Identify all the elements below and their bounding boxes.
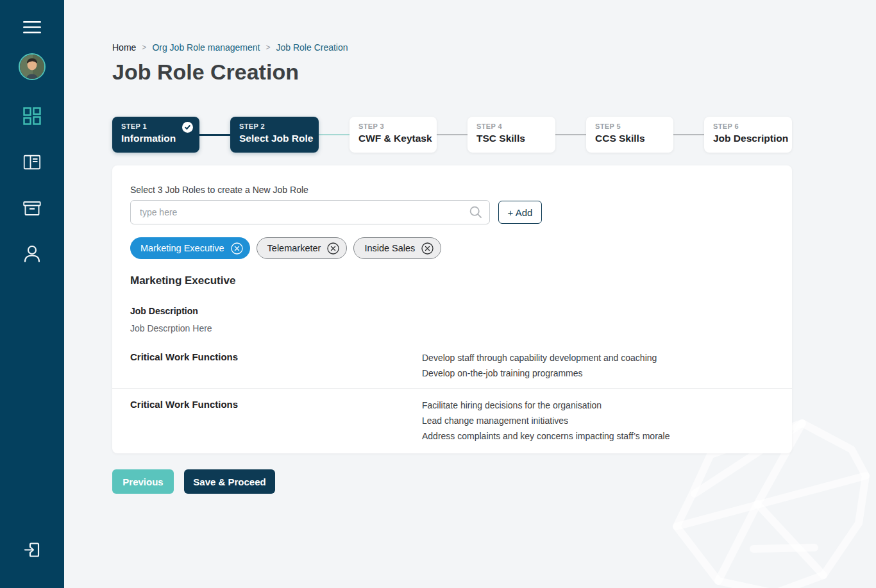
cwf-section-label: Critical Work Functions — [130, 351, 238, 362]
cwf-item-list: Facilitate hiring decisions for the orga… — [422, 398, 670, 444]
cwf-item: Facilitate hiring decisions for the orga… — [422, 398, 670, 413]
step-label: CCS Skills — [595, 133, 664, 144]
step-number: STEP 4 — [476, 122, 546, 130]
step-1-information[interactable]: STEP 1 Information — [112, 117, 199, 153]
step-wizard: STEP 1 Information STEP 2 Select Job Rol… — [112, 117, 792, 153]
section-divider — [112, 388, 792, 389]
select-roles-instruction: Select 3 Job Roles to create a New Job R… — [130, 185, 308, 195]
cwf-item: Develop staff through capability develop… — [422, 350, 657, 365]
cwf-item: Address complaints and key concerns impa… — [422, 428, 670, 444]
cwf-section-label: Critical Work Functions — [130, 399, 238, 410]
step-connector — [199, 134, 230, 136]
job-role-selection-panel: Select 3 Job Roles to create a New Job R… — [112, 165, 792, 453]
chip-telemarketer[interactable]: Telemarketer — [257, 237, 348, 259]
step-label: Select Job Role — [239, 133, 310, 144]
breadcrumb: Home > Org Job Role management > Job Rol… — [112, 42, 348, 53]
step-4-tsc-skills[interactable]: STEP 4 TSC Skills — [467, 117, 555, 153]
cwf-item-list: Develop staff through capability develop… — [422, 350, 657, 381]
breadcrumb-separator: > — [265, 43, 270, 52]
breadcrumb-separator: > — [142, 43, 146, 52]
sidebar-item-signout[interactable] — [24, 541, 41, 559]
step-number: STEP 6 — [713, 122, 783, 130]
archive-box-icon — [23, 201, 41, 216]
chip-inside-sales[interactable]: Inside Sales — [353, 237, 441, 259]
hamburger-menu-icon — [22, 21, 42, 34]
page-title: Job Role Creation — [112, 60, 299, 85]
sign-out-icon — [24, 541, 41, 559]
search-input[interactable] — [130, 200, 490, 224]
step-label: Information — [121, 133, 190, 144]
chip-label: Inside Sales — [364, 243, 415, 253]
sidebar-item-dashboard[interactable] — [23, 107, 41, 125]
step-label: Job Description — [713, 133, 783, 144]
cwf-item: Lead change management initiatives — [422, 413, 670, 428]
sidebar-item-library[interactable] — [24, 155, 41, 170]
sidebar — [0, 0, 64, 588]
add-button[interactable]: + Add — [498, 201, 542, 224]
sidebar-item-profile[interactable] — [23, 244, 41, 263]
chip-label: Marketing Executive — [140, 243, 224, 253]
breadcrumb-job-role-creation[interactable]: Job Role Creation — [276, 42, 348, 53]
step-connector — [555, 134, 586, 135]
breadcrumb-org-job-role-management[interactable]: Org Job Role management — [152, 42, 260, 53]
chip-marketing-executive[interactable]: Marketing Executive — [130, 237, 250, 259]
step-label: TSC Skills — [476, 133, 546, 144]
chip-label: Telemarketer — [267, 243, 321, 253]
step-number: STEP 2 — [239, 122, 310, 130]
avatar-image — [20, 55, 44, 79]
close-circle-icon[interactable] — [231, 242, 243, 255]
breadcrumb-home[interactable]: Home — [112, 42, 136, 53]
step-2-select-job-role[interactable]: STEP 2 Select Job Role — [230, 117, 319, 153]
close-circle-icon[interactable] — [327, 242, 339, 255]
step-connector — [673, 134, 704, 135]
job-role-search — [130, 200, 490, 224]
selected-role-chips: Marketing Executive Telemarketer Inside … — [130, 237, 441, 259]
step-number: STEP 1 — [121, 122, 190, 130]
close-circle-icon[interactable] — [421, 242, 434, 255]
book-layout-icon — [24, 155, 41, 170]
save-and-proceed-button[interactable]: Save & Proceed — [184, 469, 275, 494]
sidebar-item-archive[interactable] — [23, 201, 41, 216]
step-connector — [437, 134, 467, 135]
step-connector — [319, 134, 350, 135]
dashboard-grid-icon — [23, 107, 41, 125]
step-6-job-description[interactable]: STEP 6 Job Description — [704, 117, 792, 153]
job-description-label: Job Description — [130, 306, 198, 316]
step-label: CWF & Keytask — [358, 133, 428, 144]
step-3-cwf-keytask[interactable]: STEP 3 CWF & Keytask — [350, 117, 437, 153]
job-description-value: Job Descrption Here — [130, 323, 212, 333]
check-circle-icon — [182, 122, 193, 133]
previous-button[interactable]: Previous — [112, 469, 174, 494]
step-number: STEP 5 — [595, 122, 664, 130]
step-number: STEP 3 — [358, 122, 428, 130]
search-icon — [469, 206, 482, 219]
selected-role-heading: Marketing Executive — [130, 274, 235, 287]
step-5-ccs-skills[interactable]: STEP 5 CCS Skills — [586, 117, 673, 153]
cwf-item: Develop on-the-job training programmes — [422, 365, 657, 381]
hamburger-menu-button[interactable] — [22, 21, 42, 34]
person-icon — [23, 244, 41, 263]
user-avatar[interactable] — [19, 53, 46, 80]
